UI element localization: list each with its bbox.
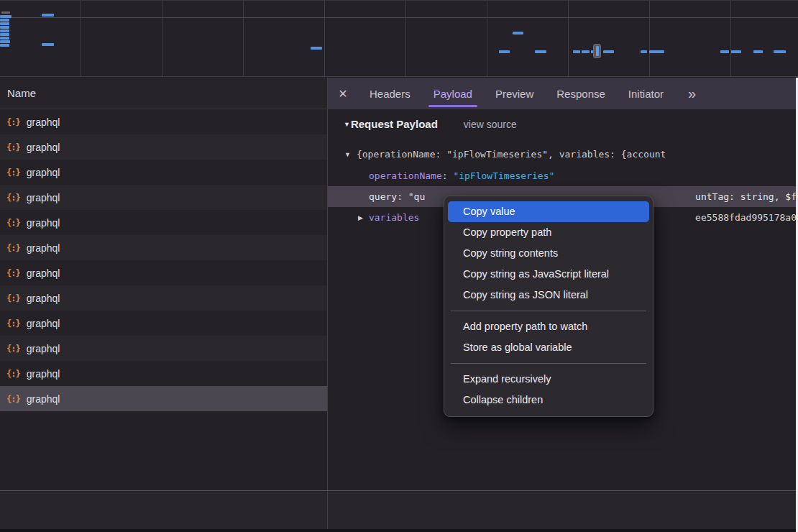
tab-headers[interactable]: Headers bbox=[358, 78, 422, 109]
network-request-row[interactable]: {:}graphql bbox=[0, 235, 327, 260]
waterfall-bar bbox=[774, 50, 786, 53]
menu-item[interactable]: Collapse children bbox=[448, 390, 649, 411]
close-icon[interactable]: ✕ bbox=[328, 87, 358, 101]
request-name: graphql bbox=[27, 368, 60, 380]
property-key: query bbox=[369, 191, 397, 202]
waterfall-bar bbox=[0, 26, 9, 29]
network-request-row[interactable]: {:}graphql bbox=[0, 311, 327, 336]
network-request-row[interactable]: {:}graphql bbox=[0, 185, 327, 210]
window-bottom-edge bbox=[0, 529, 798, 532]
network-request-row[interactable]: {:}graphql bbox=[0, 210, 327, 235]
object-preview-text: {operationName: "ipFlowTimeseries", vari… bbox=[357, 149, 666, 160]
menu-separator bbox=[451, 363, 646, 364]
json-request-icon: {:} bbox=[6, 344, 20, 354]
waterfall-bar bbox=[0, 22, 9, 25]
name-column-label: Name bbox=[7, 87, 36, 99]
property-key: operationName bbox=[369, 170, 442, 181]
request-name: graphql bbox=[27, 142, 60, 153]
collapse-triangle-icon[interactable]: ▼ bbox=[344, 121, 350, 128]
network-request-row[interactable]: {:}graphql bbox=[0, 134, 327, 160]
network-request-row[interactable]: {:}graphql bbox=[0, 336, 327, 361]
waterfall-bar bbox=[603, 50, 614, 53]
waterfall-bar bbox=[0, 40, 10, 43]
waterfall-bar bbox=[311, 47, 322, 50]
network-request-row[interactable]: {:}graphql bbox=[0, 109, 327, 134]
menu-item[interactable]: Copy string as JavaScript literal bbox=[448, 264, 649, 285]
json-request-icon: {:} bbox=[6, 268, 20, 278]
view-source-link[interactable]: view source bbox=[464, 119, 517, 130]
request-name: graphql bbox=[27, 192, 60, 203]
menu-item[interactable]: Copy value bbox=[448, 201, 649, 222]
overview-selection-marker[interactable] bbox=[593, 44, 601, 58]
request-name: graphql bbox=[27, 343, 60, 354]
waterfall-bar bbox=[731, 50, 741, 53]
request-name: graphql bbox=[27, 217, 60, 229]
request-name: graphql bbox=[27, 293, 60, 304]
request-name: graphql bbox=[27, 167, 60, 178]
waterfall-bar bbox=[535, 50, 546, 53]
request-name: graphql bbox=[27, 116, 60, 128]
panel-divider[interactable] bbox=[327, 491, 328, 529]
waterfall-bar bbox=[1, 12, 10, 14]
property-value-end: untTag: string, $f bbox=[695, 186, 797, 207]
json-request-icon: {:} bbox=[6, 369, 20, 379]
json-request-icon: {:} bbox=[6, 142, 20, 152]
tab-initiator[interactable]: Initiator bbox=[617, 78, 675, 109]
waterfall-bar bbox=[0, 33, 9, 36]
waterfall-bar bbox=[0, 19, 9, 22]
property-value: "ipFlowTimeseries" bbox=[453, 170, 554, 181]
section-title: Request Payload bbox=[351, 118, 438, 130]
name-column-header[interactable]: Name bbox=[0, 78, 327, 109]
overview-marker-bar bbox=[596, 46, 599, 56]
devtools-network-panel: Name {:}graphql{:}graphql{:}graphql{:}gr… bbox=[0, 0, 798, 532]
summary-bar bbox=[0, 490, 798, 529]
waterfall-bar bbox=[0, 44, 9, 47]
tab-response[interactable]: Response bbox=[545, 78, 617, 109]
json-request-icon: {:} bbox=[6, 117, 20, 127]
waterfall-bar bbox=[649, 50, 664, 53]
collapse-triangle-icon[interactable]: ▼ bbox=[344, 151, 351, 158]
network-request-row[interactable]: {:}graphql bbox=[0, 361, 327, 386]
json-request-icon: {:} bbox=[6, 394, 20, 404]
network-request-row[interactable]: {:}graphql bbox=[0, 386, 327, 411]
waterfall-bar bbox=[753, 50, 763, 53]
json-request-icon: {:} bbox=[6, 243, 20, 253]
payload-row-operation-name[interactable]: operationName: "ipFlowTimeseries" bbox=[328, 165, 798, 186]
menu-item[interactable]: Add property path to watch bbox=[448, 316, 649, 337]
tab-preview[interactable]: Preview bbox=[484, 78, 545, 109]
json-request-icon: {:} bbox=[6, 168, 20, 178]
property-value-start: "qu bbox=[408, 191, 425, 202]
network-request-row[interactable]: {:}graphql bbox=[0, 260, 327, 285]
menu-item[interactable]: Copy string as JSON literal bbox=[448, 285, 649, 306]
more-tabs-icon[interactable]: » bbox=[679, 86, 704, 102]
context-menu: Copy valueCopy property pathCopy string … bbox=[444, 196, 653, 417]
menu-item[interactable]: Copy property path bbox=[448, 222, 649, 243]
property-value-end: ee5588fdad995178a0 bbox=[695, 207, 797, 228]
tab-payload[interactable]: Payload bbox=[422, 78, 484, 109]
waterfall-bar bbox=[720, 50, 729, 53]
request-list: {:}graphql{:}graphql{:}graphql{:}graphql… bbox=[0, 109, 327, 411]
request-list-panel: Name {:}graphql{:}graphql{:}graphql{:}gr… bbox=[0, 78, 327, 490]
menu-separator bbox=[451, 311, 646, 311]
menu-item[interactable]: Store as global variable bbox=[448, 337, 649, 358]
request-name: graphql bbox=[27, 318, 60, 329]
waterfall-bar bbox=[0, 29, 9, 32]
expand-triangle-icon[interactable]: ▶ bbox=[358, 214, 363, 221]
json-request-icon: {:} bbox=[6, 318, 20, 329]
request-payload-section: ▼ Request Payload view source bbox=[344, 118, 517, 130]
network-request-row[interactable]: {:}graphql bbox=[0, 160, 327, 185]
menu-item[interactable]: Expand recursively bbox=[448, 369, 649, 390]
waterfall-bar bbox=[582, 50, 590, 53]
waterfall-bar bbox=[641, 50, 647, 53]
network-overview-strip[interactable] bbox=[0, 0, 798, 77]
json-request-icon: {:} bbox=[6, 293, 20, 303]
request-name: graphql bbox=[27, 267, 60, 279]
payload-root-row[interactable]: ▼ {operationName: "ipFlowTimeseries", va… bbox=[328, 144, 798, 165]
json-request-icon: {:} bbox=[6, 218, 20, 228]
request-name: graphql bbox=[27, 242, 60, 254]
menu-item[interactable]: Copy string contents bbox=[448, 243, 649, 264]
waterfall-bar bbox=[42, 43, 54, 46]
waterfall-bar bbox=[513, 32, 523, 35]
network-request-row[interactable]: {:}graphql bbox=[0, 285, 327, 311]
waterfall-bar bbox=[499, 50, 510, 53]
